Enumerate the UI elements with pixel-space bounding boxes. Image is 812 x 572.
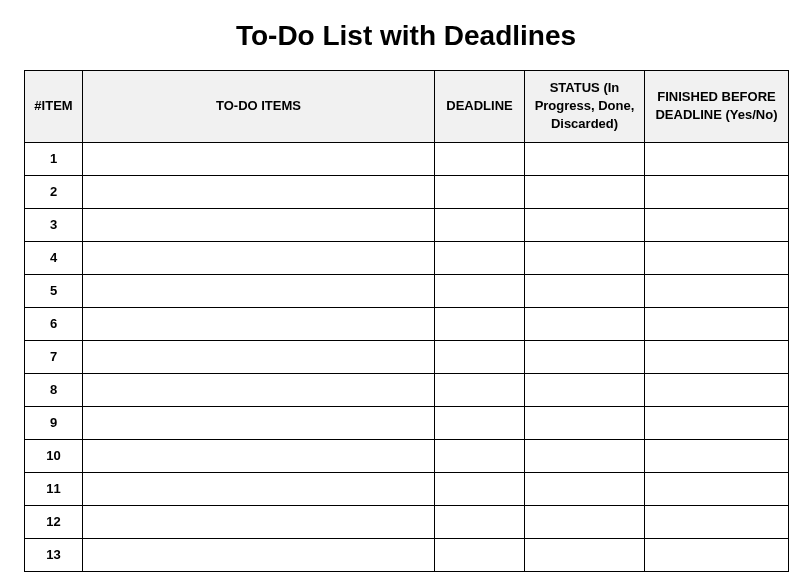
cell-todo: [83, 439, 435, 472]
cell-todo: [83, 505, 435, 538]
cell-todo: [83, 307, 435, 340]
table-row: 4: [25, 241, 789, 274]
cell-item-num: 1: [25, 142, 83, 175]
todo-table: #ITEM TO-DO ITEMS DEADLINE STATUS (In Pr…: [24, 70, 789, 572]
cell-finished: [645, 439, 789, 472]
cell-deadline: [435, 274, 525, 307]
cell-status: [525, 208, 645, 241]
cell-finished: [645, 175, 789, 208]
cell-status: [525, 142, 645, 175]
table-row: 9: [25, 406, 789, 439]
cell-finished: [645, 142, 789, 175]
cell-deadline: [435, 175, 525, 208]
table-row: 2: [25, 175, 789, 208]
cell-finished: [645, 340, 789, 373]
cell-finished: [645, 241, 789, 274]
table-row: 11: [25, 472, 789, 505]
cell-item-num: 3: [25, 208, 83, 241]
cell-todo: [83, 142, 435, 175]
cell-item-num: 12: [25, 505, 83, 538]
cell-item-num: 4: [25, 241, 83, 274]
cell-finished: [645, 307, 789, 340]
cell-finished: [645, 274, 789, 307]
table-row: 6: [25, 307, 789, 340]
cell-status: [525, 406, 645, 439]
cell-finished: [645, 538, 789, 571]
cell-item-num: 5: [25, 274, 83, 307]
cell-todo: [83, 538, 435, 571]
cell-status: [525, 439, 645, 472]
header-deadline: DEADLINE: [435, 71, 525, 143]
cell-item-num: 9: [25, 406, 83, 439]
table-row: 8: [25, 373, 789, 406]
cell-deadline: [435, 439, 525, 472]
table-row: 13: [25, 538, 789, 571]
cell-status: [525, 340, 645, 373]
cell-item-num: 10: [25, 439, 83, 472]
cell-finished: [645, 373, 789, 406]
table-row: 3: [25, 208, 789, 241]
cell-finished: [645, 472, 789, 505]
table-row: 10: [25, 439, 789, 472]
cell-finished: [645, 505, 789, 538]
cell-deadline: [435, 340, 525, 373]
cell-todo: [83, 175, 435, 208]
cell-status: [525, 505, 645, 538]
cell-deadline: [435, 241, 525, 274]
cell-status: [525, 175, 645, 208]
header-todo-items: TO-DO ITEMS: [83, 71, 435, 143]
cell-deadline: [435, 406, 525, 439]
cell-deadline: [435, 208, 525, 241]
header-finished: FINISHED BEFORE DEADLINE (Yes/No): [645, 71, 789, 143]
cell-item-num: 13: [25, 538, 83, 571]
table-row: 5: [25, 274, 789, 307]
cell-deadline: [435, 505, 525, 538]
cell-finished: [645, 208, 789, 241]
cell-deadline: [435, 538, 525, 571]
cell-todo: [83, 241, 435, 274]
cell-status: [525, 307, 645, 340]
cell-status: [525, 274, 645, 307]
cell-deadline: [435, 307, 525, 340]
cell-finished: [645, 406, 789, 439]
table-header-row: #ITEM TO-DO ITEMS DEADLINE STATUS (In Pr…: [25, 71, 789, 143]
cell-item-num: 2: [25, 175, 83, 208]
cell-deadline: [435, 142, 525, 175]
cell-deadline: [435, 373, 525, 406]
page-title: To-Do List with Deadlines: [24, 20, 788, 52]
cell-status: [525, 538, 645, 571]
cell-todo: [83, 373, 435, 406]
table-row: 1: [25, 142, 789, 175]
cell-item-num: 7: [25, 340, 83, 373]
cell-todo: [83, 208, 435, 241]
cell-deadline: [435, 472, 525, 505]
cell-todo: [83, 406, 435, 439]
cell-status: [525, 373, 645, 406]
table-row: 7: [25, 340, 789, 373]
cell-status: [525, 241, 645, 274]
cell-todo: [83, 274, 435, 307]
cell-todo: [83, 340, 435, 373]
cell-todo: [83, 472, 435, 505]
header-status: STATUS (In Progress, Done, Discarded): [525, 71, 645, 143]
cell-item-num: 11: [25, 472, 83, 505]
cell-item-num: 6: [25, 307, 83, 340]
cell-item-num: 8: [25, 373, 83, 406]
table-row: 12: [25, 505, 789, 538]
header-item-num: #ITEM: [25, 71, 83, 143]
cell-status: [525, 472, 645, 505]
